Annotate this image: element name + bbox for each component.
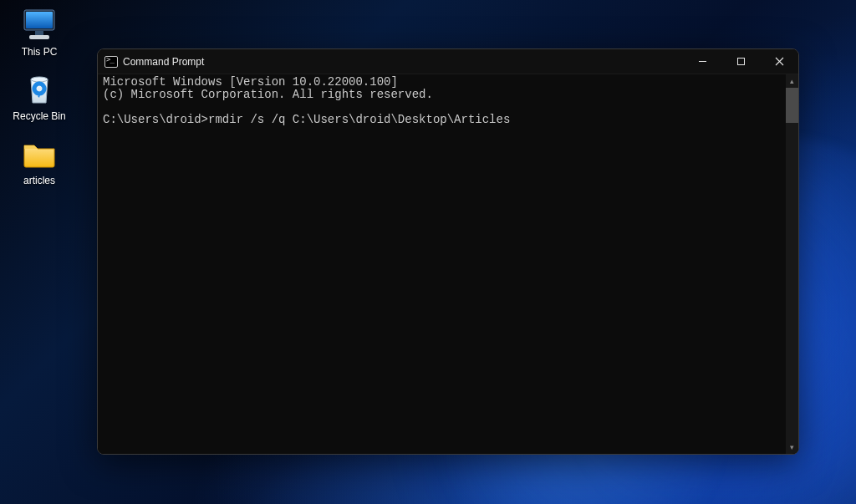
terminal-scrollbar[interactable]: ▴ ▾	[786, 74, 798, 454]
desktop-icon-articles[interactable]: articles	[8, 135, 70, 186]
scrollbar-down-arrow[interactable]: ▾	[786, 440, 798, 454]
svg-point-4	[31, 77, 48, 82]
svg-rect-2	[35, 31, 43, 35]
svg-rect-5	[737, 59, 744, 65]
minimize-button[interactable]	[683, 49, 721, 74]
terminal-line: Microsoft Windows [Version 10.0.22000.10…	[103, 75, 398, 89]
recycle-bin-icon	[19, 71, 59, 108]
titlebar[interactable]: Command Prompt	[98, 49, 798, 74]
terminal-command: rmdir /s /q C:\Users\droid\Desktop\Artic…	[208, 113, 510, 126]
svg-rect-1	[26, 12, 53, 28]
window-title: Command Prompt	[123, 56, 204, 68]
desktop-icon-label: articles	[23, 175, 55, 186]
articles-folder-icon	[19, 135, 59, 172]
cmd-icon	[104, 56, 118, 68]
window-buttons	[683, 49, 798, 74]
terminal-prompt: C:\Users\droid>	[103, 113, 208, 126]
desktop-icon-label: This PC	[22, 46, 58, 58]
desktop-icon-this-pc[interactable]: This PC	[8, 7, 70, 58]
desktop-icon-recycle-bin[interactable]: Recycle Bin	[8, 71, 70, 122]
terminal-line: (c) Microsoft Corporation. All rights re…	[103, 88, 433, 101]
desktop-icons: This PC Recycle Bin	[8, 7, 70, 186]
scrollbar-up-arrow[interactable]: ▴	[786, 74, 798, 88]
svg-rect-3	[29, 35, 49, 39]
title-left: Command Prompt	[104, 56, 204, 68]
maximize-button[interactable]	[721, 49, 760, 74]
command-prompt-window: Command Prompt Microsoft Windows [Versio…	[97, 48, 799, 455]
close-button[interactable]	[760, 49, 798, 74]
desktop-icon-label: Recycle Bin	[13, 110, 65, 122]
terminal-output: Microsoft Windows [Version 10.0.22000.10…	[103, 76, 783, 451]
terminal[interactable]: Microsoft Windows [Version 10.0.22000.10…	[98, 74, 798, 454]
this-pc-icon	[19, 7, 59, 43]
scrollbar-thumb[interactable]	[786, 88, 798, 123]
